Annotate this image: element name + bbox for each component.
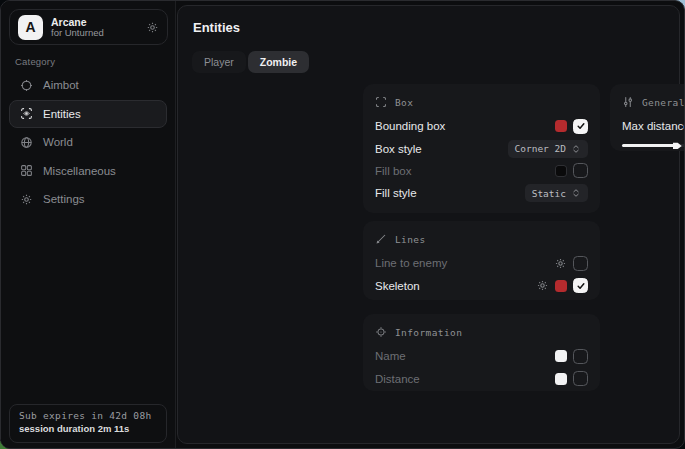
color-swatch[interactable] [555,373,567,385]
color-swatch[interactable] [555,165,567,177]
main-panel: Entities Player Zombie Box Bounding box [177,5,680,444]
lines-card: Lines Line to enemy Skeleton [363,221,600,300]
slider-thumb[interactable] [673,141,682,150]
box-corners-icon [375,96,387,108]
sidebar-item-settings[interactable]: Settings [9,185,167,214]
checkbox[interactable] [573,119,588,134]
category-label: Category [15,56,55,67]
sidebar-item-label: World [43,136,73,148]
general-card: General Max distance 248m [610,84,685,151]
box-card: Box Bounding box Box style Corner 2D [363,84,600,213]
brand-card: A Arcane for Unturned [9,9,168,45]
fill-style-dropdown[interactable]: Static [525,184,588,202]
setting-row-skeleton: Skeleton [375,274,588,296]
chevron-up-down-icon [571,188,581,198]
row-gear-icon[interactable] [554,257,567,270]
card-title: General [642,97,685,108]
box-style-dropdown[interactable]: Corner 2D [508,140,588,158]
card-title: Box [395,97,413,108]
checkbox[interactable] [573,278,588,293]
sidebar: A Arcane for Unturned Category A [1,1,176,448]
pencil-line-icon [375,233,387,245]
sidebar-item-miscellaneous[interactable]: Miscellaneous [9,157,167,186]
brand-name: Arcane [51,16,138,28]
settings-gear-icon[interactable] [146,21,159,34]
max-distance-slider[interactable] [622,139,685,151]
sidebar-item-label: Settings [43,193,85,205]
slider-fill [622,144,677,147]
grid-icon [20,164,33,177]
sidebar-item-label: Entities [43,108,81,120]
gear-icon [20,193,33,206]
session-duration-text: session duration 2m 11s [19,423,157,434]
setting-row-name: Name [375,345,588,367]
sidebar-item-world[interactable]: World [9,128,167,157]
subscription-card: Sub expires in 42d 08h session duration … [9,404,167,443]
setting-row-line-to-enemy: Line to enemy [375,252,588,274]
check-icon [576,121,586,131]
color-swatch[interactable] [555,350,567,362]
setting-row-max-distance: Max distance 248m [622,115,685,137]
sub-expires-text: Sub expires in 42d 08h [19,410,157,421]
chevron-up-down-icon [571,144,581,154]
sidebar-item-label: Aimbot [43,79,79,91]
setting-row-bounding-box: Bounding box [375,115,588,137]
sidebar-nav: Aimbot Entities World [9,71,167,214]
sidebar-item-entities[interactable]: Entities [9,100,167,129]
information-card: Information Name Distance [363,314,600,391]
setting-row-fill-box: Fill box [375,160,588,182]
setting-row-fill-style: Fill style Static [375,182,588,204]
brand-logo: A [18,15,43,40]
page-title: Entities [193,20,240,35]
check-icon [576,281,586,291]
row-gear-icon[interactable] [536,279,549,292]
arcane-window: A Arcane for Unturned Category A [0,0,685,449]
card-title: Information [395,327,462,338]
checkbox[interactable] [573,163,588,178]
globe-icon [20,136,33,149]
tab-zombie[interactable]: Zombie [248,51,309,73]
checkbox[interactable] [573,371,588,386]
setting-row-distance: Distance [375,367,588,389]
color-swatch[interactable] [555,120,567,132]
crosshair-icon [20,79,33,92]
card-title: Lines [395,234,426,245]
sliders-icon [622,96,634,108]
checkbox[interactable] [573,349,588,364]
scan-eye-icon [20,107,33,120]
info-target-icon [375,326,387,338]
sidebar-item-label: Miscellaneous [43,165,116,177]
setting-row-box-style: Box style Corner 2D [375,137,588,159]
sidebar-item-aimbot[interactable]: Aimbot [9,71,167,100]
tab-player[interactable]: Player [192,51,246,73]
checkbox[interactable] [573,256,588,271]
brand-subtitle: for Unturned [51,28,138,39]
color-swatch[interactable] [555,280,567,292]
entity-tabs: Player Zombie [192,51,309,73]
